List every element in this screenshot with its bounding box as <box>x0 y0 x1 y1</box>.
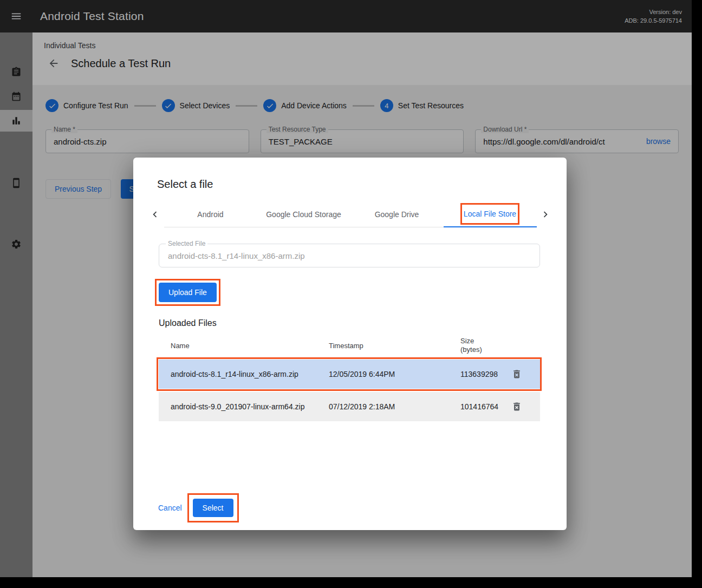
timestamp-cell: 12/05/2019 6:44PM <box>329 370 460 378</box>
dialog-footer: Cancel Select <box>157 499 233 517</box>
column-header-timestamp: Timestamp <box>329 342 460 350</box>
table-row[interactable]: android-cts-8.1_r14-linux_x86-arm.zip 12… <box>159 360 540 389</box>
column-header-name: Name <box>159 342 329 350</box>
column-header-size: Size (bytes) <box>460 337 486 355</box>
select-file-dialog: Select a file Android Google Cloud Stora… <box>133 158 567 530</box>
file-name-cell: android-cts-8.1_r14-linux_x86-arm.zip <box>159 370 329 378</box>
chevron-right-icon <box>540 208 551 220</box>
tabs-scroll-right-button[interactable] <box>537 201 555 227</box>
file-name-cell: android-sts-9.0_201907-linux-arm64.zip <box>159 402 329 411</box>
tab-google-cloud-storage[interactable]: Google Cloud Storage <box>257 201 350 227</box>
cancel-button[interactable]: Cancel <box>157 499 183 517</box>
dialog-tabs: Android Google Cloud Storage Google Driv… <box>164 201 537 227</box>
table-row[interactable]: android-sts-9.0_201907-linux-arm64.zip 0… <box>159 392 540 421</box>
select-button[interactable]: Select <box>193 499 233 517</box>
upload-file-button[interactable]: Upload File <box>159 283 217 302</box>
tab-local-file-store[interactable]: Local File Store <box>444 201 537 227</box>
delete-file-button[interactable] <box>508 397 526 416</box>
app-window: Android Test Station Version: dev ADB: 2… <box>0 0 692 577</box>
size-cell: 113639298 <box>460 370 498 378</box>
uploaded-files-title: Uploaded Files <box>159 318 567 328</box>
timestamp-cell: 07/12/2019 2:18AM <box>329 402 460 411</box>
table-header-row: Name Timestamp Size (bytes) <box>159 335 540 356</box>
uploaded-files-table: Name Timestamp Size (bytes) android-cts-… <box>159 335 540 421</box>
tab-local-file-store-label: Local File Store <box>464 210 516 218</box>
delete-file-button[interactable] <box>508 365 526 383</box>
tabs-scroll-left-button[interactable] <box>146 201 164 227</box>
chevron-left-icon <box>149 208 161 220</box>
dialog-title: Select a file <box>157 178 567 191</box>
trash-icon <box>511 369 522 380</box>
tab-android[interactable]: Android <box>164 201 257 227</box>
selected-file-field[interactable]: Selected File android-cts-8.1_r14-linux_… <box>159 244 540 267</box>
tab-google-drive[interactable]: Google Drive <box>350 201 444 227</box>
selected-file-value: android-cts-8.1_r14-linux_x86-arm.zip <box>159 251 540 260</box>
size-cell: 101416764 <box>460 402 498 411</box>
trash-icon <box>511 401 522 412</box>
selected-file-label: Selected File <box>166 240 207 247</box>
dialog-tab-bar: Android Google Cloud Storage Google Driv… <box>146 201 554 227</box>
